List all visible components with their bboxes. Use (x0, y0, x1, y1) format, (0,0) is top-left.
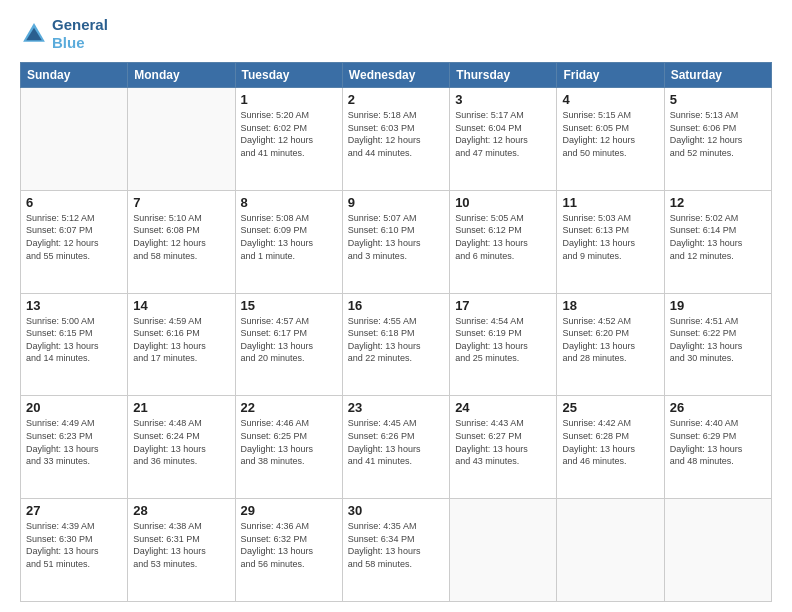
day-info: Sunrise: 4:57 AM Sunset: 6:17 PM Dayligh… (241, 315, 337, 365)
logo-text: General Blue (52, 16, 108, 52)
calendar-cell (664, 499, 771, 602)
day-info: Sunrise: 4:38 AM Sunset: 6:31 PM Dayligh… (133, 520, 229, 570)
calendar-cell: 1Sunrise: 5:20 AM Sunset: 6:02 PM Daylig… (235, 88, 342, 191)
day-info: Sunrise: 5:15 AM Sunset: 6:05 PM Dayligh… (562, 109, 658, 159)
calendar-week-5: 27Sunrise: 4:39 AM Sunset: 6:30 PM Dayli… (21, 499, 772, 602)
calendar-cell: 5Sunrise: 5:13 AM Sunset: 6:06 PM Daylig… (664, 88, 771, 191)
calendar-cell: 9Sunrise: 5:07 AM Sunset: 6:10 PM Daylig… (342, 190, 449, 293)
calendar-table: SundayMondayTuesdayWednesdayThursdayFrid… (20, 62, 772, 602)
day-number: 22 (241, 400, 337, 415)
calendar-cell: 12Sunrise: 5:02 AM Sunset: 6:14 PM Dayli… (664, 190, 771, 293)
day-number: 10 (455, 195, 551, 210)
day-number: 27 (26, 503, 122, 518)
day-number: 24 (455, 400, 551, 415)
day-number: 23 (348, 400, 444, 415)
calendar-week-2: 6Sunrise: 5:12 AM Sunset: 6:07 PM Daylig… (21, 190, 772, 293)
calendar-cell (450, 499, 557, 602)
calendar-cell (557, 499, 664, 602)
calendar-cell: 21Sunrise: 4:48 AM Sunset: 6:24 PM Dayli… (128, 396, 235, 499)
day-number: 8 (241, 195, 337, 210)
day-info: Sunrise: 4:54 AM Sunset: 6:19 PM Dayligh… (455, 315, 551, 365)
day-number: 15 (241, 298, 337, 313)
day-number: 1 (241, 92, 337, 107)
day-info: Sunrise: 4:49 AM Sunset: 6:23 PM Dayligh… (26, 417, 122, 467)
calendar-cell (21, 88, 128, 191)
day-info: Sunrise: 5:13 AM Sunset: 6:06 PM Dayligh… (670, 109, 766, 159)
day-number: 4 (562, 92, 658, 107)
day-number: 17 (455, 298, 551, 313)
calendar-cell: 15Sunrise: 4:57 AM Sunset: 6:17 PM Dayli… (235, 293, 342, 396)
calendar-cell: 14Sunrise: 4:59 AM Sunset: 6:16 PM Dayli… (128, 293, 235, 396)
day-info: Sunrise: 5:20 AM Sunset: 6:02 PM Dayligh… (241, 109, 337, 159)
calendar-cell: 24Sunrise: 4:43 AM Sunset: 6:27 PM Dayli… (450, 396, 557, 499)
day-info: Sunrise: 5:08 AM Sunset: 6:09 PM Dayligh… (241, 212, 337, 262)
weekday-header-sunday: Sunday (21, 63, 128, 88)
calendar-cell: 30Sunrise: 4:35 AM Sunset: 6:34 PM Dayli… (342, 499, 449, 602)
day-number: 29 (241, 503, 337, 518)
calendar-cell (128, 88, 235, 191)
calendar-cell: 13Sunrise: 5:00 AM Sunset: 6:15 PM Dayli… (21, 293, 128, 396)
day-number: 3 (455, 92, 551, 107)
day-number: 18 (562, 298, 658, 313)
logo-icon (20, 20, 48, 48)
weekday-header-saturday: Saturday (664, 63, 771, 88)
day-info: Sunrise: 4:55 AM Sunset: 6:18 PM Dayligh… (348, 315, 444, 365)
calendar-cell: 17Sunrise: 4:54 AM Sunset: 6:19 PM Dayli… (450, 293, 557, 396)
weekday-header-friday: Friday (557, 63, 664, 88)
day-info: Sunrise: 4:42 AM Sunset: 6:28 PM Dayligh… (562, 417, 658, 467)
day-info: Sunrise: 5:18 AM Sunset: 6:03 PM Dayligh… (348, 109, 444, 159)
day-info: Sunrise: 5:05 AM Sunset: 6:12 PM Dayligh… (455, 212, 551, 262)
day-number: 25 (562, 400, 658, 415)
day-number: 12 (670, 195, 766, 210)
calendar-cell: 6Sunrise: 5:12 AM Sunset: 6:07 PM Daylig… (21, 190, 128, 293)
day-info: Sunrise: 4:51 AM Sunset: 6:22 PM Dayligh… (670, 315, 766, 365)
logo: General Blue (20, 16, 108, 52)
day-number: 5 (670, 92, 766, 107)
day-info: Sunrise: 4:46 AM Sunset: 6:25 PM Dayligh… (241, 417, 337, 467)
calendar-cell: 19Sunrise: 4:51 AM Sunset: 6:22 PM Dayli… (664, 293, 771, 396)
calendar-cell: 18Sunrise: 4:52 AM Sunset: 6:20 PM Dayli… (557, 293, 664, 396)
calendar-cell: 28Sunrise: 4:38 AM Sunset: 6:31 PM Dayli… (128, 499, 235, 602)
day-info: Sunrise: 5:17 AM Sunset: 6:04 PM Dayligh… (455, 109, 551, 159)
day-number: 6 (26, 195, 122, 210)
day-number: 30 (348, 503, 444, 518)
calendar-cell: 29Sunrise: 4:36 AM Sunset: 6:32 PM Dayli… (235, 499, 342, 602)
day-number: 28 (133, 503, 229, 518)
calendar-cell: 11Sunrise: 5:03 AM Sunset: 6:13 PM Dayli… (557, 190, 664, 293)
day-info: Sunrise: 4:45 AM Sunset: 6:26 PM Dayligh… (348, 417, 444, 467)
calendar-cell: 8Sunrise: 5:08 AM Sunset: 6:09 PM Daylig… (235, 190, 342, 293)
weekday-header-monday: Monday (128, 63, 235, 88)
day-number: 7 (133, 195, 229, 210)
calendar-cell: 26Sunrise: 4:40 AM Sunset: 6:29 PM Dayli… (664, 396, 771, 499)
day-number: 9 (348, 195, 444, 210)
day-info: Sunrise: 4:59 AM Sunset: 6:16 PM Dayligh… (133, 315, 229, 365)
calendar-cell: 3Sunrise: 5:17 AM Sunset: 6:04 PM Daylig… (450, 88, 557, 191)
header: General Blue (20, 16, 772, 52)
day-number: 14 (133, 298, 229, 313)
day-info: Sunrise: 4:48 AM Sunset: 6:24 PM Dayligh… (133, 417, 229, 467)
day-info: Sunrise: 4:40 AM Sunset: 6:29 PM Dayligh… (670, 417, 766, 467)
day-number: 20 (26, 400, 122, 415)
day-info: Sunrise: 4:39 AM Sunset: 6:30 PM Dayligh… (26, 520, 122, 570)
calendar-cell: 4Sunrise: 5:15 AM Sunset: 6:05 PM Daylig… (557, 88, 664, 191)
calendar-week-1: 1Sunrise: 5:20 AM Sunset: 6:02 PM Daylig… (21, 88, 772, 191)
calendar-cell: 10Sunrise: 5:05 AM Sunset: 6:12 PM Dayli… (450, 190, 557, 293)
calendar-cell: 27Sunrise: 4:39 AM Sunset: 6:30 PM Dayli… (21, 499, 128, 602)
day-info: Sunrise: 5:00 AM Sunset: 6:15 PM Dayligh… (26, 315, 122, 365)
calendar-week-4: 20Sunrise: 4:49 AM Sunset: 6:23 PM Dayli… (21, 396, 772, 499)
day-number: 2 (348, 92, 444, 107)
day-number: 19 (670, 298, 766, 313)
day-info: Sunrise: 4:52 AM Sunset: 6:20 PM Dayligh… (562, 315, 658, 365)
day-info: Sunrise: 5:10 AM Sunset: 6:08 PM Dayligh… (133, 212, 229, 262)
calendar-cell: 16Sunrise: 4:55 AM Sunset: 6:18 PM Dayli… (342, 293, 449, 396)
weekday-header-tuesday: Tuesday (235, 63, 342, 88)
day-info: Sunrise: 5:07 AM Sunset: 6:10 PM Dayligh… (348, 212, 444, 262)
day-number: 21 (133, 400, 229, 415)
weekday-header-thursday: Thursday (450, 63, 557, 88)
day-number: 16 (348, 298, 444, 313)
day-number: 11 (562, 195, 658, 210)
weekday-header-wednesday: Wednesday (342, 63, 449, 88)
page: General Blue SundayMondayTuesdayWednesda… (0, 0, 792, 612)
day-info: Sunrise: 5:02 AM Sunset: 6:14 PM Dayligh… (670, 212, 766, 262)
day-info: Sunrise: 4:43 AM Sunset: 6:27 PM Dayligh… (455, 417, 551, 467)
